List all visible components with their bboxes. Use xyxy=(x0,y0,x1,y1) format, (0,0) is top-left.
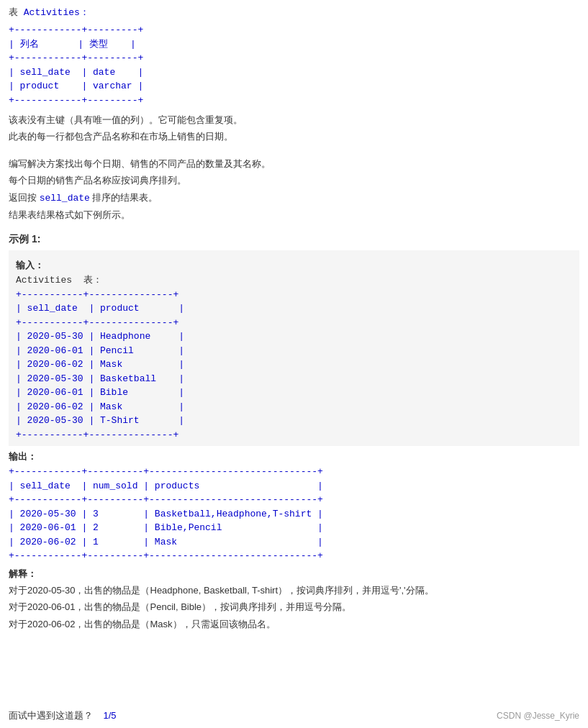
input-label: 输入： xyxy=(16,259,572,272)
schema-border-mid: +------------+---------+ xyxy=(9,51,579,65)
input-row-6: | 2020-06-02 | Mask | xyxy=(16,400,572,414)
table-label: 表 xyxy=(9,6,18,17)
input-row-5: | 2020-06-01 | Bible | xyxy=(16,386,572,400)
schema-note-1: 该表没有主键（具有唯一值的列）。它可能包含重复项。 xyxy=(9,112,579,128)
explanation-row-3: 对于2020-06-02，出售的物品是（Mask），只需返回该物品名。 xyxy=(9,616,579,632)
explanation-row-1: 对于2020-05-30，出售的物品是（Headphone, Basketbal… xyxy=(9,582,579,599)
schema-border-bot: +------------+---------+ xyxy=(9,94,579,108)
output-row-3: | 2020-06-02 | 1 | Mask | xyxy=(9,535,579,550)
footer: 面试中遇到这道题？ 1/5 CSDN @Jesse_Kyrie xyxy=(0,709,588,722)
input-table-label: Activities 表： xyxy=(16,273,572,288)
table-name: Activities： xyxy=(24,7,89,18)
input-row-2: | 2020-06-01 | Pencil | xyxy=(16,344,572,358)
explanation-block: 解释： 对于2020-05-30，出售的物品是（Headphone, Baske… xyxy=(9,568,579,632)
problem-line-3: 返回按 sell_date 排序的结果表。 xyxy=(9,189,579,206)
problem-line-2: 每个日期的销售产品名称应按词典序排列。 xyxy=(9,172,579,188)
schema-notes: 该表没有主键（具有唯一值的列）。它可能包含重复项。 此表的每一行都包含产品名称和… xyxy=(9,112,579,145)
problem-line-1: 编写解决方案找出每个日期、销售的不同产品的数量及其名称。 xyxy=(9,155,579,172)
table-header: 表 Activities： xyxy=(9,6,579,19)
schema-header-row: | 列名 | 类型 | xyxy=(9,37,579,52)
schema-border-top: +------------+---------+ xyxy=(9,23,579,37)
output-header: | sell_date | num_sold | products | xyxy=(9,479,579,493)
example-section: 示例 1: 输入： Activities 表： +-----------+---… xyxy=(9,233,579,632)
schema-table: +------------+---------+ | 列名 | 类型 | +--… xyxy=(9,23,579,107)
input-border3: +-----------+---------------+ xyxy=(16,428,572,442)
input-row-1: | 2020-05-30 | Headphone | xyxy=(16,329,572,344)
input-border2: +-----------+---------------+ xyxy=(16,316,572,330)
footer-right: CSDN @Jesse_Kyrie xyxy=(497,711,579,721)
problem-line-4: 结果表结果格式如下例所示。 xyxy=(9,206,579,223)
schema-note-2: 此表的每一行都包含产品名称和在市场上销售的日期。 xyxy=(9,128,579,145)
output-border3: +------------+----------+---------------… xyxy=(9,549,579,563)
output-block: 输出： +------------+----------+-----------… xyxy=(9,450,579,563)
input-header: | sell_date | product | xyxy=(16,301,572,316)
footer-left: 面试中遇到这道题？ 1/5 xyxy=(9,709,117,722)
schema-row-1: | sell_date | date | xyxy=(9,65,579,80)
output-row-1: | 2020-05-30 | 3 | Basketball,Headphone,… xyxy=(9,507,579,522)
output-border1: +------------+----------+---------------… xyxy=(9,465,579,479)
explanation-label: 解释： xyxy=(9,568,579,581)
input-row-4: | 2020-05-30 | Basketball | xyxy=(16,372,572,386)
schema-row-2: | product | varchar | xyxy=(9,79,579,94)
example-title: 示例 1: xyxy=(9,233,579,246)
explanation-row-2: 对于2020-06-01，出售的物品是（Pencil, Bible），按词典序排… xyxy=(9,599,579,615)
footer-left-text: 面试中遇到这道题？ xyxy=(9,710,93,721)
output-label: 输出： xyxy=(9,450,579,463)
output-border2: +------------+----------+---------------… xyxy=(9,493,579,507)
problem-description: 编写解决方案找出每个日期、销售的不同产品的数量及其名称。 每个日期的销售产品名称… xyxy=(9,155,579,224)
sell-date-inline: sell_date xyxy=(40,193,90,204)
input-block: 输入： Activities 表： +-----------+---------… xyxy=(9,250,579,446)
input-row-7: | 2020-05-30 | T-Shirt | xyxy=(16,414,572,428)
input-row-3: | 2020-06-02 | Mask | xyxy=(16,358,572,372)
page-number: 1/5 xyxy=(103,710,116,721)
input-border1: +-----------+---------------+ xyxy=(16,288,572,302)
output-row-2: | 2020-06-01 | 2 | Bible,Pencil | xyxy=(9,521,579,535)
